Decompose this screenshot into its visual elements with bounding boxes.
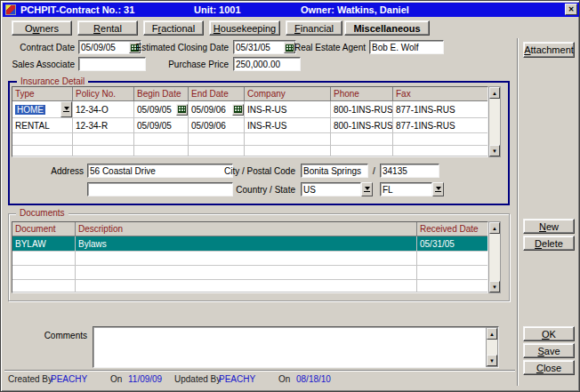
insurance-row[interactable]: RENTAL 12-34-R 05/09/05 05/09/06 INS-R-U…	[12, 118, 487, 133]
tab-fractional[interactable]: Fractional	[143, 20, 204, 36]
updated-by-label: Updated By	[174, 374, 221, 384]
insurance-type-cell[interactable]: HOME	[12, 101, 73, 118]
insurance-policy-cell[interactable]: 12-34-R	[73, 118, 134, 133]
insurance-end-date-cell[interactable]: 05/09/06	[189, 101, 245, 118]
tab-rental[interactable]: Rental	[77, 20, 138, 36]
type-dropdown-icon[interactable]	[60, 101, 72, 117]
end-date-value: 05/09/06	[191, 105, 226, 115]
column-header-begin-date[interactable]: Begin Date	[134, 87, 189, 101]
purchase-price-input[interactable]	[233, 57, 301, 71]
calendar-icon[interactable]	[176, 104, 188, 116]
address-line1-input[interactable]	[87, 164, 233, 178]
tab-housekeeping[interactable]: Housekeeping	[209, 20, 280, 36]
column-header-fax[interactable]: Fax	[393, 87, 487, 101]
begin-date-value: 05/09/05	[137, 105, 172, 115]
column-header-policy-no[interactable]: Policy No.	[73, 87, 134, 101]
updated-on-label: On	[278, 374, 290, 384]
window-title-unit: Unit: 1001	[194, 4, 241, 15]
scroll-up-icon[interactable]: ▲	[489, 87, 500, 99]
close-button[interactable]: Close	[523, 360, 575, 375]
app-icon	[5, 4, 16, 15]
comments-scrollbar[interactable]: ▲ ▼	[486, 327, 498, 367]
comments-textarea[interactable]	[93, 326, 499, 368]
insurance-policy-cell[interactable]: 12-34-O	[73, 101, 134, 118]
insurance-begin-date-cell[interactable]: 05/09/05	[134, 101, 189, 118]
comments-label: Comments	[44, 331, 87, 340]
state-input[interactable]: FL	[380, 182, 432, 196]
column-header-company[interactable]: Company	[245, 87, 331, 101]
button-panel-divider	[517, 38, 519, 386]
country-input[interactable]: US	[301, 182, 361, 196]
created-on-label: On	[110, 374, 122, 384]
document-row-selected[interactable]: BYLAW Bylaws 05/31/05	[12, 236, 487, 252]
new-button[interactable]: New	[523, 219, 575, 234]
insurance-company-cell[interactable]: INS-R-US	[245, 101, 331, 118]
real-estate-agent-label: Real Estate Agent	[294, 43, 366, 52]
column-header-received-date[interactable]: Received Date	[417, 222, 487, 236]
postal-code-input[interactable]	[380, 164, 439, 178]
insurance-fax-cell[interactable]: 877-1INS-RUS	[393, 101, 487, 118]
scroll-up-icon[interactable]: ▲	[487, 328, 497, 340]
real-estate-agent-input[interactable]	[369, 40, 444, 54]
state-dropdown-icon[interactable]	[432, 182, 444, 196]
scroll-down-icon[interactable]: ▼	[487, 355, 497, 366]
contract-date-label: Contract Date	[20, 43, 75, 52]
city-input[interactable]	[301, 164, 368, 178]
sales-associate-label: Sales Associate	[12, 60, 75, 69]
attachment-button[interactable]: Attachment	[523, 42, 575, 58]
address-label: Address	[51, 166, 84, 176]
scroll-down-icon[interactable]: ▼	[489, 145, 500, 156]
address-line2-input[interactable]	[87, 182, 233, 196]
calendar-icon[interactable]	[232, 104, 244, 116]
ok-button[interactable]: OK	[523, 326, 575, 341]
sales-associate-input[interactable]	[78, 57, 146, 71]
insurance-begin-date-cell[interactable]: 05/09/05	[134, 118, 189, 133]
created-by-value: PEACHY	[51, 374, 87, 384]
column-header-phone[interactable]: Phone	[331, 87, 393, 101]
column-header-type[interactable]: Type	[12, 87, 73, 101]
insurance-end-date-cell[interactable]: 05/09/06	[189, 118, 245, 133]
documents-scrollbar[interactable]: ▲ ▼	[488, 221, 501, 293]
window-title-owner: Owner: Watkins, Daniel	[301, 4, 409, 15]
document-row-empty[interactable]	[12, 252, 487, 266]
scroll-down-icon[interactable]: ▼	[489, 281, 500, 292]
insurance-type-value: HOME	[15, 105, 45, 115]
delete-button[interactable]: Delete	[523, 236, 575, 251]
insurance-table-header: Type Policy No. Begin Date End Date Comp…	[12, 87, 487, 101]
tab-financial[interactable]: Financial	[286, 20, 342, 36]
insurance-phone-cell[interactable]: 800-1INS-RUS	[331, 118, 393, 133]
save-button[interactable]: Save	[523, 343, 575, 358]
document-row-empty[interactable]	[12, 280, 487, 292]
column-header-description[interactable]: Description	[76, 222, 417, 236]
insurance-company-cell[interactable]: INS-R-US	[245, 118, 331, 133]
tab-owners[interactable]: Owners	[12, 20, 72, 36]
updated-on-value: 08/18/10	[296, 374, 331, 384]
created-on-value: 11/09/09	[128, 374, 162, 384]
updated-by-value: PEACHY	[219, 374, 255, 384]
insurance-scrollbar[interactable]: ▲ ▼	[488, 86, 501, 157]
insurance-fax-cell[interactable]: 877-1INS-RUS	[393, 118, 487, 133]
insurance-table: Type Policy No. Begin Date End Date Comp…	[12, 86, 488, 157]
document-row-empty[interactable]	[12, 266, 487, 280]
window-title: PCHPIT-Contract No.: 31	[20, 4, 134, 15]
insurance-type-cell[interactable]: RENTAL	[12, 118, 73, 133]
documents-table-header: Document Description Received Date	[12, 222, 487, 236]
insurance-row-empty[interactable]	[12, 133, 487, 146]
document-cell[interactable]: BYLAW	[12, 236, 76, 252]
close-icon[interactable]: ✕	[565, 4, 577, 15]
description-cell[interactable]: Bylaws	[76, 236, 417, 252]
insurance-row-empty[interactable]	[12, 146, 487, 156]
country-dropdown-icon[interactable]	[361, 182, 373, 196]
column-header-end-date[interactable]: End Date	[189, 87, 245, 101]
insurance-row[interactable]: HOME 12-34-O 05/09/05 05/09/06 INS-R-US …	[12, 101, 487, 118]
scroll-up-icon[interactable]: ▲	[489, 222, 500, 234]
received-date-cell[interactable]: 05/31/05	[417, 236, 487, 252]
estimated-closing-date-label: Estimated Closing Date	[136, 43, 230, 52]
documents-table: Document Description Received Date BYLAW…	[12, 221, 488, 293]
title-bar: PCHPIT-Contract No.: 31 Unit: 1001 Owner…	[3, 3, 579, 17]
tab-miscellaneous[interactable]: Miscellaneous	[344, 20, 430, 36]
column-header-document[interactable]: Document	[12, 222, 76, 236]
created-by-label: Created By	[8, 374, 52, 384]
contract-dialog-window: PCHPIT-Contract No.: 31 Unit: 1001 Owner…	[0, 0, 580, 392]
insurance-phone-cell[interactable]: 800-1INS-RUS	[331, 101, 393, 118]
